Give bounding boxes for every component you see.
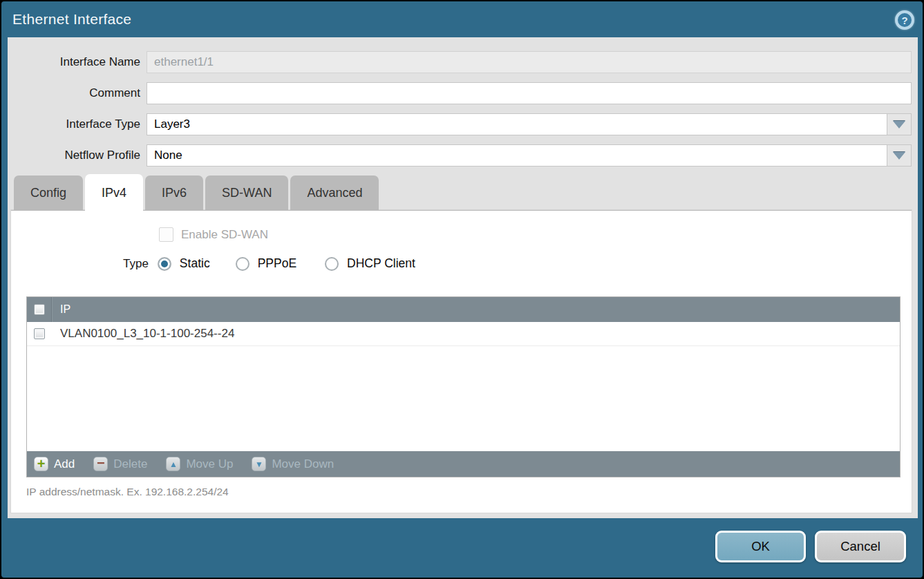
tab-ipv4[interactable]: IPv4 <box>85 174 143 211</box>
row-checkbox[interactable] <box>34 328 45 339</box>
move-down-button[interactable]: ▼ Move Down <box>252 457 334 471</box>
type-radio-group: Type Static PPPoE DHCP Client <box>123 256 415 271</box>
chevron-down-icon <box>893 152 905 160</box>
enable-sdwan-row: Enable SD-WAN <box>159 227 268 242</box>
dialog-body: Interface Name Comment Interface Type Ne… <box>8 37 918 518</box>
table-toolbar: + Add − Delete ▲ Move Up ▼ Move Down <box>27 451 900 477</box>
ipv4-tab-panel: Enable SD-WAN Type Static PPPoE DHCP Cli… <box>11 210 912 513</box>
interface-type-label: Interface Type <box>8 113 140 135</box>
netflow-profile-label: Netflow Profile <box>8 144 140 167</box>
type-label: Type <box>123 257 149 271</box>
delete-icon: − <box>93 457 108 471</box>
comment-row: Comment <box>8 82 912 104</box>
ethernet-interface-dialog: Ethernet Interface ? Interface Name Comm… <box>0 0 924 579</box>
interface-name-input <box>147 51 912 73</box>
netflow-profile-dropdown-button[interactable] <box>887 144 912 167</box>
cancel-button[interactable]: Cancel <box>815 531 906 562</box>
add-icon: + <box>34 457 48 471</box>
select-all-checkbox[interactable] <box>34 304 45 315</box>
comment-label: Comment <box>8 82 140 104</box>
tab-ipv6[interactable]: IPv6 <box>145 175 203 210</box>
interface-name-label: Interface Name <box>8 51 140 73</box>
tab-bar: Config IPv4 IPv6 SD-WAN Advanced <box>14 175 379 210</box>
comment-input[interactable] <box>147 82 912 104</box>
ip-address-value[interactable]: VLAN0100_L3_10-1-100-254--24 <box>52 327 234 341</box>
radio-pppoe-label[interactable]: PPPoE <box>258 256 296 271</box>
move-up-button[interactable]: ▲ Move Up <box>166 457 233 471</box>
interface-name-row: Interface Name <box>8 51 912 73</box>
netflow-profile-row: Netflow Profile <box>8 144 912 167</box>
add-button[interactable]: + Add <box>34 457 75 471</box>
title-bar: Ethernet Interface ? <box>1 1 923 37</box>
radio-static-label[interactable]: Static <box>180 256 210 271</box>
tab-config[interactable]: Config <box>14 175 83 210</box>
ip-helper-text: IP address/netmask. Ex. 192.168.2.254/24 <box>26 486 229 498</box>
tab-sdwan[interactable]: SD-WAN <box>205 175 288 210</box>
chevron-down-icon <box>893 121 905 129</box>
delete-button[interactable]: − Delete <box>93 457 147 471</box>
interface-type-row: Interface Type <box>8 113 912 135</box>
radio-dhcp-client-label[interactable]: DHCP Client <box>347 256 415 271</box>
table-empty-area <box>27 346 900 451</box>
radio-static[interactable] <box>158 257 171 271</box>
ip-column-header: IP <box>52 303 70 316</box>
table-row[interactable]: VLAN0100_L3_10-1-100-254--24 <box>27 322 900 346</box>
interface-type-select[interactable] <box>147 113 887 135</box>
enable-sdwan-label: Enable SD-WAN <box>181 228 268 242</box>
radio-pppoe[interactable] <box>236 257 249 271</box>
select-all-cell <box>27 297 52 322</box>
radio-dhcp-client[interactable] <box>325 257 339 271</box>
interface-type-dropdown-button[interactable] <box>887 113 912 135</box>
ip-address-table: IP VLAN0100_L3_10-1-100-254--24 + Add <box>26 296 901 477</box>
tab-advanced[interactable]: Advanced <box>290 175 379 210</box>
move-down-icon: ▼ <box>252 457 266 471</box>
ok-button[interactable]: OK <box>715 531 806 562</box>
move-up-icon: ▲ <box>166 457 180 471</box>
ip-table-header: IP <box>27 297 900 322</box>
dialog-title: Ethernet Interface <box>12 1 131 37</box>
help-icon[interactable]: ? <box>895 10 914 30</box>
enable-sdwan-checkbox <box>159 227 173 242</box>
netflow-profile-select[interactable] <box>147 144 887 167</box>
